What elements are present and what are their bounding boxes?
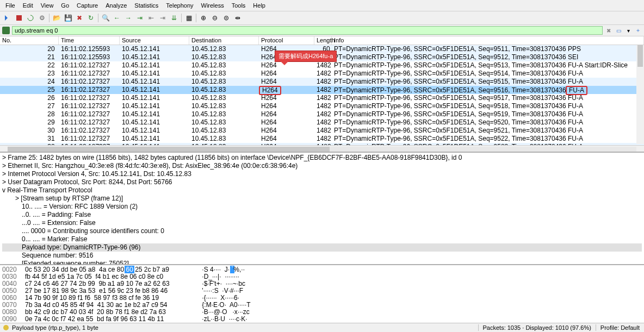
add-filter-icon[interactable]: ＋ xyxy=(634,27,642,34)
expert-info-icon[interactable] xyxy=(3,325,9,330)
table-row[interactable]: 22 16:11:02.12732710.45.12.14110.45.12.8… xyxy=(0,61,644,70)
status-profile[interactable]: Profile: Default xyxy=(596,324,644,331)
tree-frame[interactable]: Frame 25: 1482 bytes on wire (11856 bits… xyxy=(2,154,642,162)
display-filter-input[interactable] xyxy=(12,26,603,35)
tree-payload-type[interactable]: Payload type: DynamicRTP-Type-96 (96) xyxy=(2,243,642,252)
tree-ip[interactable]: Internet Protocol Version 4, Src: 10.45.… xyxy=(2,170,642,178)
menu-file[interactable]: File xyxy=(2,1,18,10)
packet-details-pane[interactable]: Frame 25: 1482 bytes on wire (11856 bits… xyxy=(0,153,644,265)
go-forward-icon[interactable]: → xyxy=(123,12,134,23)
tree-marker[interactable]: 0... .... = Marker: False xyxy=(2,235,642,243)
tree-extseq[interactable]: [Extended sequence number: 75052] xyxy=(2,260,642,265)
tree-extension[interactable]: ...0 .... = Extension: False xyxy=(2,219,642,227)
reload-icon[interactable]: ↻ xyxy=(85,12,96,23)
hex-row[interactable]: 00707b 3a 4d c0 45 85 4f 94 41 30 ac 1e … xyxy=(2,302,642,309)
clear-filter-icon[interactable]: ✖ xyxy=(605,27,612,34)
last-packet-icon[interactable]: ⇥ xyxy=(157,12,168,23)
horizontal-scrollbar[interactable] xyxy=(0,145,644,153)
stop-capture-icon[interactable] xyxy=(14,12,24,23)
find-packet-icon[interactable]: 🔍 xyxy=(100,12,111,23)
go-to-packet-icon[interactable]: ⇥ xyxy=(134,12,145,23)
svg-marker-0 xyxy=(5,15,8,21)
resize-columns-icon[interactable]: ⇹ xyxy=(232,12,243,23)
menu-tools[interactable]: Tools xyxy=(228,1,249,10)
zoom-reset-icon[interactable]: ⊜ xyxy=(221,12,232,23)
table-row[interactable]: 29 16:11:02.12732710.45.12.14110.45.12.8… xyxy=(0,118,644,127)
col-header-source[interactable]: Source xyxy=(120,36,189,45)
hex-row[interactable]: 0080bb 42 c9 dc b7 40 03 4f 20 8b 78 f1 … xyxy=(2,309,642,316)
status-packets: Packets: 1035 · Displayed: 1010 (97.6%) xyxy=(478,324,596,331)
colorize-icon[interactable]: ▦ xyxy=(183,12,194,23)
restart-capture-icon[interactable] xyxy=(25,12,36,23)
tree-udp[interactable]: User Datagram Protocol, Src Port: 8244, … xyxy=(2,178,642,186)
menu-help[interactable]: Help xyxy=(250,1,269,10)
col-header-info[interactable]: Info xyxy=(332,36,644,45)
packet-list-pane: 需要解码成H264fu-a No. Time Source Destinatio… xyxy=(0,36,644,153)
table-row[interactable]: 28 16:11:02.12732710.45.12.14110.45.12.8… xyxy=(0,110,644,118)
col-header-protocol[interactable]: Protocol xyxy=(259,36,314,45)
table-row[interactable]: 26 16:11:02.12732710.45.12.14110.45.12.8… xyxy=(0,94,644,102)
hex-row[interactable]: 00900e 7a 4c 0c f7 42 ea 55 bd fa 9f 96 … xyxy=(2,316,642,323)
table-row[interactable]: 27 16:11:02.12732710.45.12.14110.45.12.8… xyxy=(0,102,644,110)
menu-view[interactable]: View xyxy=(38,1,57,10)
hex-row[interactable]: 0030fb 44 5f 1d e5 1a 7c 05 f4 b1 ec 8e … xyxy=(2,273,642,280)
bookmark-icon[interactable] xyxy=(2,27,10,34)
open-file-icon[interactable]: 📂 xyxy=(51,12,62,23)
packet-list-header: No. Time Source Destination Protocol Len… xyxy=(0,36,644,45)
svg-rect-1 xyxy=(16,15,22,21)
col-header-no[interactable]: No. xyxy=(0,36,59,45)
menu-wireless[interactable]: Wireless xyxy=(198,1,227,10)
tree-cc[interactable]: .... 0000 = Contributing source identifi… xyxy=(2,227,642,235)
col-header-time[interactable]: Time xyxy=(59,36,120,45)
menu-edit[interactable]: Edit xyxy=(20,1,36,10)
vertical-scrollbar[interactable] xyxy=(636,45,644,144)
autoscroll-icon[interactable]: ⇊ xyxy=(169,12,179,23)
capture-options-icon[interactable]: ⚙ xyxy=(36,12,47,23)
col-header-destination[interactable]: Destination xyxy=(189,36,259,45)
go-back-icon[interactable]: ← xyxy=(112,12,122,23)
table-row[interactable]: 23 16:11:02.12732710.45.12.14110.45.12.8… xyxy=(0,70,644,78)
tree-seqnum[interactable]: Sequence number: 9516 xyxy=(2,252,642,260)
table-row[interactable]: 31 16:11:02.12732710.45.12.14110.45.12.8… xyxy=(0,135,644,143)
hex-row[interactable]: 006014 7b 90 9f 10 89 f1 f6 58 97 f3 88 … xyxy=(2,295,642,302)
status-field: Payload type (rtp.p_type), 1 byte xyxy=(12,324,98,331)
start-capture-icon[interactable] xyxy=(2,12,13,23)
status-bar: Payload type (rtp.p_type), 1 byte Packet… xyxy=(0,323,644,332)
filter-bar: ✖ ▭ ▾ ＋ xyxy=(0,25,644,36)
hex-row[interactable]: 0040c7 24 c6 46 27 74 2b 99 9b a1 a9 10 … xyxy=(2,280,642,287)
apply-filter-icon[interactable]: ▭ xyxy=(615,27,622,34)
menu-telephony[interactable]: Telephony xyxy=(163,1,196,10)
tree-stream-setup[interactable]: [Stream setup by RTSP (frame 12)] xyxy=(2,195,642,203)
table-row[interactable]: 25 16:11:02.12732710.45.12.14110.45.12.8… xyxy=(0,86,644,94)
col-header-length[interactable]: Length xyxy=(314,36,332,45)
save-file-icon[interactable]: 💾 xyxy=(63,12,73,23)
first-packet-icon[interactable]: ⇤ xyxy=(146,12,157,23)
menubar: File Edit View Go Capture Analyze Statis… xyxy=(0,0,644,11)
table-row[interactable]: 30 16:11:02.12732710.45.12.14110.45.12.8… xyxy=(0,127,644,135)
menu-go[interactable]: Go xyxy=(58,1,72,10)
zoom-out-icon[interactable]: ⊖ xyxy=(209,12,220,23)
zoom-in-icon[interactable]: ⊕ xyxy=(198,12,209,23)
tree-version[interactable]: 10.. .... = Version: RFC 1889 Version (2… xyxy=(2,203,642,211)
annotation-callout: 需要解码成H264fu-a xyxy=(275,51,337,62)
tree-padding[interactable]: ..0. .... = Padding: False xyxy=(2,211,642,219)
menu-capture[interactable]: Capture xyxy=(73,1,101,10)
menu-analyze[interactable]: Analyze xyxy=(102,1,130,10)
close-file-icon[interactable]: ✖ xyxy=(74,12,85,23)
tree-rtp[interactable]: Real-Time Transport Protocol xyxy=(2,186,642,195)
packet-bytes-pane[interactable]: 00200c 53 20 34 dd be 05 a8 4a ce 80 60 … xyxy=(0,265,644,323)
tree-ethernet[interactable]: Ethernet II, Src: Hangzhou_40:3e:e8 (f8:… xyxy=(2,162,642,170)
hex-row[interactable]: 005027 be 17 81 98 9c 3a 53 e1 56 9c 23 … xyxy=(2,287,642,295)
menu-statistics[interactable]: Statistics xyxy=(131,1,162,10)
table-row[interactable]: 24 16:11:02.12732710.45.12.14110.45.12.8… xyxy=(0,78,644,86)
recent-filters-icon[interactable]: ▾ xyxy=(624,27,632,34)
hex-row[interactable]: 00200c 53 20 34 dd be 05 a8 4a ce 80 60 … xyxy=(2,266,642,273)
toolbar: ⚙ 📂 💾 ✖ ↻ 🔍 ← → ⇥ ⇤ ⇥ ⇊ ▦ ⊕ ⊖ ⊜ ⇹ xyxy=(0,11,644,25)
